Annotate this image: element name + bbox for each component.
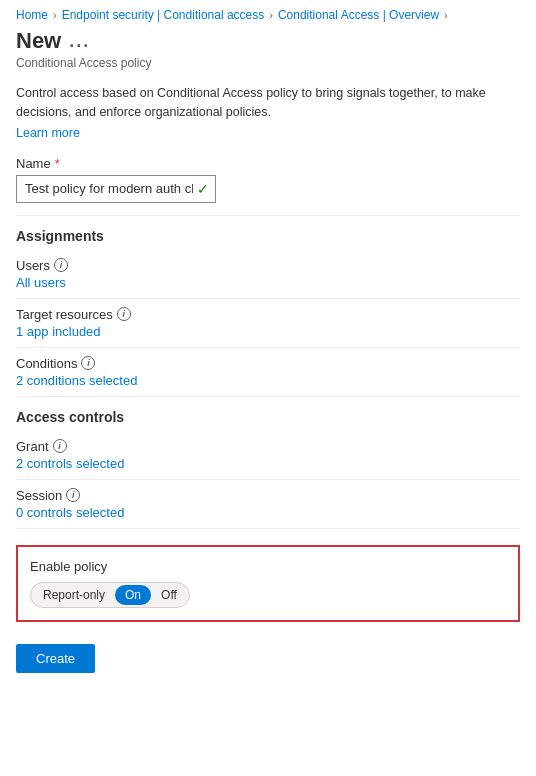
assignment-users: Users i All users xyxy=(16,250,520,299)
page-subtitle: Conditional Access policy xyxy=(16,56,520,70)
grant-value[interactable]: 2 controls selected xyxy=(16,456,520,471)
conditions-label: Conditions i xyxy=(16,356,520,371)
create-button[interactable]: Create xyxy=(16,644,95,673)
access-controls-header: Access controls xyxy=(16,409,520,425)
page-title-container: New ... xyxy=(16,28,520,54)
users-value[interactable]: All users xyxy=(16,275,520,290)
users-info-icon[interactable]: i xyxy=(54,258,68,272)
enable-policy-section: Enable policy Report-only On Off xyxy=(16,545,520,622)
name-field-section: Name * ✓ xyxy=(16,156,520,203)
users-label-text: Users xyxy=(16,258,50,273)
required-indicator: * xyxy=(55,156,60,171)
target-resources-info-icon[interactable]: i xyxy=(117,307,131,321)
breadcrumb-conditional-access[interactable]: Conditional Access | Overview xyxy=(278,8,439,22)
assignment-target-resources: Target resources i 1 app included xyxy=(16,299,520,348)
input-check-icon: ✓ xyxy=(197,181,209,197)
access-session: Session i 0 controls selected xyxy=(16,480,520,529)
breadcrumb-endpoint-security[interactable]: Endpoint security | Conditional access xyxy=(62,8,265,22)
description-text: Control access based on Conditional Acce… xyxy=(16,84,520,122)
page-title: New xyxy=(16,28,61,54)
toggle-on[interactable]: On xyxy=(115,585,151,605)
page-title-dots[interactable]: ... xyxy=(69,31,90,52)
name-input-wrapper[interactable]: ✓ xyxy=(16,175,216,203)
grant-label-text: Grant xyxy=(16,439,49,454)
grant-info-icon[interactable]: i xyxy=(53,439,67,453)
toggle-off[interactable]: Off xyxy=(151,585,187,605)
assignments-header: Assignments xyxy=(16,228,520,244)
enable-policy-label: Enable policy xyxy=(30,559,506,574)
conditions-value[interactable]: 2 conditions selected xyxy=(16,373,520,388)
target-resources-label-text: Target resources xyxy=(16,307,113,322)
name-label: Name * xyxy=(16,156,520,171)
breadcrumb: Home › Endpoint security | Conditional a… xyxy=(0,0,536,28)
toggle-report-only[interactable]: Report-only xyxy=(33,585,115,605)
assignment-conditions: Conditions i 2 conditions selected xyxy=(16,348,520,397)
conditions-label-text: Conditions xyxy=(16,356,77,371)
target-resources-value[interactable]: 1 app included xyxy=(16,324,520,339)
breadcrumb-sep-2: › xyxy=(269,9,273,21)
policy-toggle-group[interactable]: Report-only On Off xyxy=(30,582,190,608)
session-label: Session i xyxy=(16,488,520,503)
target-resources-label: Target resources i xyxy=(16,307,520,322)
learn-more-link[interactable]: Learn more xyxy=(16,126,520,140)
name-input[interactable] xyxy=(25,181,193,196)
access-grant: Grant i 2 controls selected xyxy=(16,431,520,480)
breadcrumb-sep-3: › xyxy=(444,9,448,21)
users-label: Users i xyxy=(16,258,520,273)
session-label-text: Session xyxy=(16,488,62,503)
conditions-info-icon[interactable]: i xyxy=(81,356,95,370)
breadcrumb-home[interactable]: Home xyxy=(16,8,48,22)
divider-after-name xyxy=(16,215,520,216)
session-value[interactable]: 0 controls selected xyxy=(16,505,520,520)
session-info-icon[interactable]: i xyxy=(66,488,80,502)
grant-label: Grant i xyxy=(16,439,520,454)
breadcrumb-sep-1: › xyxy=(53,9,57,21)
